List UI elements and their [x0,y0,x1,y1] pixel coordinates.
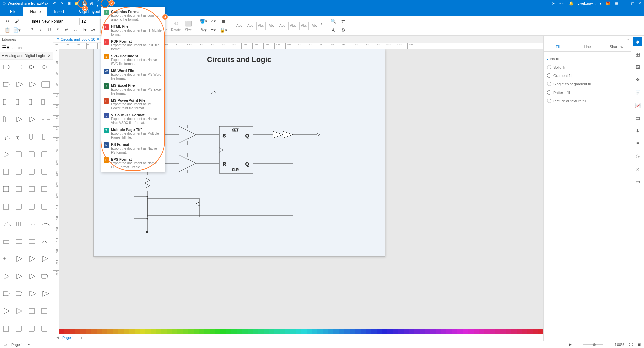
pattern-fill-radio[interactable] [547,90,551,95]
shape-thumbnail[interactable] [2,97,13,107]
color-swatch[interactable] [269,329,274,334]
font-size-select[interactable] [79,18,93,25]
color-swatch[interactable] [500,329,506,334]
color-swatch[interactable] [145,329,151,334]
minimize-icon[interactable]: — [623,1,627,6]
tab-fill[interactable]: Fill [544,43,573,51]
shape-thumbnail[interactable] [2,288,13,299]
color-swatch[interactable] [151,329,156,334]
export-menu-item[interactable]: E EPS FormatExport the document as Nativ… [101,156,165,171]
color-swatch[interactable] [371,329,377,334]
shape-thumbnail[interactable] [40,219,51,229]
shape-thumbnail[interactable] [15,219,25,229]
color-swatch[interactable] [446,329,452,334]
color-swatch[interactable] [156,329,161,334]
format-painter-icon[interactable]: 🖌 [13,17,21,25]
shape-thumbnail[interactable] [28,201,38,212]
shape-thumbnail[interactable] [2,271,13,282]
shape-thumbnail[interactable] [28,323,38,334]
library-menu-icon[interactable]: ☰▾ [2,44,9,51]
shape-thumbnail[interactable] [2,79,13,90]
maximize-icon[interactable]: ▢ [631,1,634,6]
undo-icon[interactable]: ↶ [52,1,57,6]
font-family-select[interactable] [28,18,78,25]
color-swatch[interactable] [355,329,361,334]
color-swatch[interactable] [215,329,220,334]
color-swatch[interactable] [414,329,420,334]
style-gallery[interactable]: Abc Abc Abc Abc Abc Abc Abc Abc ▾ [235,22,322,30]
shape-thumbnail[interactable] [40,184,51,194]
page-panel-icon[interactable]: 📄 [633,88,642,97]
export-menu-item[interactable]: P PS FormatExport the document as Native… [101,141,165,156]
comment-panel-icon[interactable]: ▭ [633,177,642,186]
color-swatch[interactable] [280,329,285,334]
shape-thumbnail[interactable] [2,114,13,125]
shape-thumbnail[interactable] [28,149,38,160]
style-option[interactable]: Abc [278,22,287,30]
color-swatch[interactable] [377,329,382,334]
color-swatch[interactable] [457,329,463,334]
fill-panel-icon[interactable]: ◆ [633,37,642,46]
export-menu-item[interactable]: P MS PowerPoint FileExport the document … [101,97,165,112]
color-swatch[interactable] [522,329,527,334]
color-swatch[interactable] [226,329,231,334]
solid-fill-radio[interactable] [547,65,551,69]
zoom-slider[interactable] [583,344,603,345]
color-swatch[interactable] [533,329,538,334]
shape-thumbnail[interactable] [15,184,25,194]
color-swatch[interactable] [274,329,280,334]
shape-thumbnail[interactable] [2,131,13,142]
color-swatch[interactable] [409,329,414,334]
color-swatch[interactable] [361,329,366,334]
shape-thumbnail[interactable] [2,253,13,264]
color-swatch[interactable] [188,329,194,334]
tab-line[interactable]: Line [573,43,602,51]
lock-icon[interactable]: 🔒▾ [220,26,228,34]
style-option[interactable]: Abc [235,22,244,30]
color-swatch[interactable] [237,329,242,334]
image-panel-icon[interactable]: 🖼 [633,62,642,72]
tab-home[interactable]: Home [23,7,47,16]
style-option[interactable]: Abc [288,22,298,30]
shape-thumbnail[interactable] [28,253,38,264]
line-style-icon[interactable]: ≡▾ [210,26,218,34]
color-palette-bar[interactable] [59,329,543,334]
shape-thumbnail[interactable] [40,253,51,264]
export-menu-item[interactable]: I Graphics FormatExport the document as … [101,8,165,23]
shape-thumbnail[interactable] [15,201,25,212]
grid-icon[interactable]: ▦ [614,1,618,6]
shadow-icon[interactable]: ◼ [220,17,228,25]
shape-thumbnail[interactable] [15,97,25,107]
color-swatch[interactable] [420,329,425,334]
zoom-in-icon[interactable]: + [608,343,610,347]
add-page-icon[interactable]: + [80,336,82,340]
paste-icon[interactable]: 📄▾ [13,26,21,34]
close-icon[interactable]: ✕ [638,1,641,6]
italic-icon[interactable]: I [37,26,45,34]
superscript-icon[interactable]: x² [63,26,71,34]
color-swatch[interactable] [161,329,167,334]
page-dropdown-icon[interactable]: ▾ [28,342,30,347]
shape-thumbnail[interactable] [15,271,25,282]
shape-thumbnail[interactable] [2,323,13,334]
shape-thumbnail[interactable] [15,166,25,177]
gift-icon[interactable]: 🎁 [606,1,610,6]
line-color-icon[interactable]: ○▾ [210,17,218,25]
color-swatch[interactable] [102,329,107,334]
color-swatch[interactable] [59,329,64,334]
shape-thumbnail[interactable] [15,62,25,72]
expand-panel-icon[interactable]: » [627,37,629,41]
color-swatch[interactable] [495,329,500,334]
send-icon[interactable]: ➤ [552,1,555,6]
shape-thumbnail[interactable] [15,236,25,247]
shape-thumbnail[interactable] [28,166,38,177]
color-swatch[interactable] [490,329,495,334]
color-swatch[interactable] [452,329,457,334]
color-swatch[interactable] [468,329,474,334]
shape-thumbnail[interactable] [40,79,51,90]
page-tab[interactable]: Page-1 [59,335,77,340]
color-swatch[interactable] [511,329,517,334]
shape-thumbnail[interactable] [2,62,13,72]
color-swatch[interactable] [204,329,210,334]
export-menu-item[interactable]: W MS Word FileExport the document as MS … [101,67,165,82]
